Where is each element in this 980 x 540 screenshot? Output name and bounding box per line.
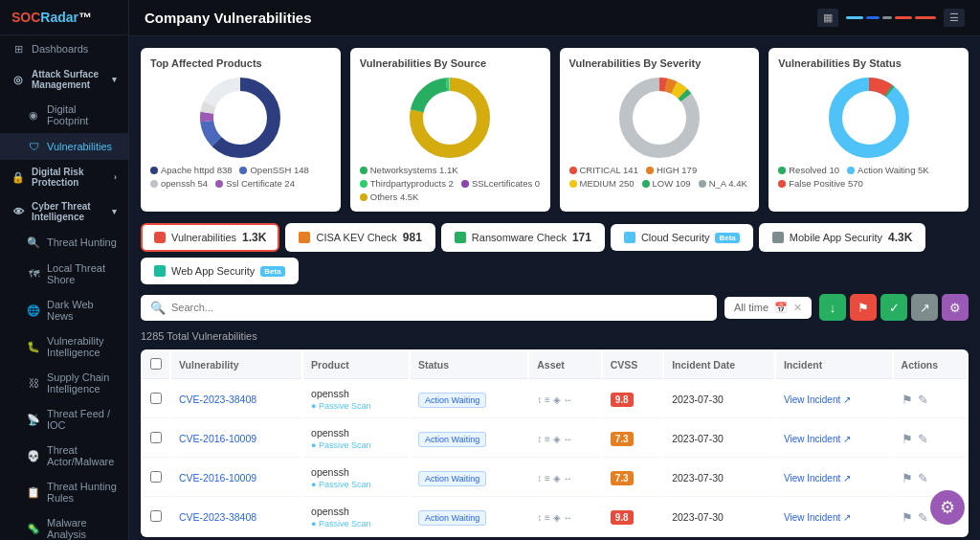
tab-ransomware[interactable]: Ransomware Check 171: [441, 223, 605, 252]
tab-cisa-kev[interactable]: CISA KEV Check 981: [285, 223, 434, 252]
sidebar-item-cyber-threat[interactable]: 👁 Cyber Threat Intelligence ▾: [0, 194, 128, 229]
asset-cell: ↕ ≡ ◈ ↔: [529, 420, 600, 458]
tab-mobile-security[interactable]: Mobile App Security 4.3K: [759, 223, 926, 252]
search-input[interactable]: [171, 302, 707, 313]
sidebar-item-dashboards[interactable]: ⊞ Dashboards: [0, 35, 128, 62]
status-cell: Action Waiting: [411, 460, 527, 497]
sidebar-item-threat-actor[interactable]: 💀 Threat Actor/Malware: [0, 438, 128, 474]
view-incident-link[interactable]: View Incident ↗: [784, 434, 884, 444]
tab-cloud-security[interactable]: Cloud Security Beta: [611, 224, 753, 251]
view-incident-link[interactable]: View Incident ↗: [784, 512, 884, 523]
donut-by-severity: [569, 75, 750, 161]
cvss-cell: 9.8: [603, 499, 662, 535]
table-header: Vulnerability Product Status Asset CVSS …: [143, 351, 967, 379]
sidebar-item-malware-analysis[interactable]: 🦠 Malware Analysis: [0, 510, 128, 540]
chevron-right-icon: ›: [114, 172, 117, 182]
action-flag-icon[interactable]: ⚑: [902, 393, 913, 407]
asset-cell: ↕ ≡ ◈ ↔: [529, 381, 600, 418]
cvss-badge: 7.3: [611, 471, 634, 485]
action-edit-icon[interactable]: ✎: [918, 393, 928, 407]
view-incident-link[interactable]: View Incident ↗: [784, 473, 884, 484]
sidebar-item-vuln-intel[interactable]: 🐛 Vulnerability Intelligence: [0, 328, 128, 365]
action-flag-icon[interactable]: ⚑: [902, 510, 913, 525]
row-checkbox-cell: [143, 420, 169, 458]
legend-item: CRITICAL 141: [569, 165, 638, 175]
sidebar-item-digital-risk[interactable]: 🔒 Digital Risk Protection ›: [0, 160, 128, 194]
check-button[interactable]: ✓: [880, 294, 907, 321]
rss-icon: 📡: [27, 413, 40, 426]
action-edit-icon[interactable]: ✎: [918, 510, 928, 525]
passive-scan-badge: ● Passive Scan: [311, 401, 401, 411]
row-checkbox[interactable]: [150, 471, 162, 483]
export-button[interactable]: ↗: [911, 294, 938, 321]
sidebar-item-label: Digital Risk Protection: [32, 167, 107, 188]
flag-button[interactable]: ⚑: [850, 294, 877, 321]
filter-row: 🔍 All time 📅 ✕ ↓ ⚑ ✓ ↗ ⚙: [141, 294, 969, 321]
tab-web-security[interactable]: Web App Security Beta: [141, 258, 299, 284]
topbar-menu[interactable]: ☰: [944, 9, 965, 27]
floating-settings-button[interactable]: ⚙: [930, 490, 965, 525]
close-icon[interactable]: ✕: [793, 302, 802, 314]
action-flag-icon[interactable]: ⚑: [902, 432, 913, 446]
topbar-view-toggle[interactable]: ▦: [817, 9, 838, 27]
sidebar-item-dark-web[interactable]: 🌐 Dark Web News: [0, 292, 128, 328]
row-checkbox[interactable]: [150, 432, 162, 443]
row-checkbox-cell: [143, 499, 169, 535]
status-badge: Action Waiting: [418, 393, 486, 408]
tab-web-icon: [154, 265, 166, 277]
actions-cell: ⚑✎: [894, 460, 967, 497]
tab-ransomware-icon: [455, 232, 466, 243]
sidebar-item-attack-surface[interactable]: ◎ Attack Surface Management ▾: [0, 62, 128, 97]
status-badge: Action Waiting: [418, 432, 486, 447]
chart-by-status: Vulnerabilities By Status Resolved 10 Ac…: [768, 48, 969, 212]
legend-item: Resolved 10: [778, 165, 839, 175]
table-row: CVE-2016-10009 openssh● Passive Scan Act…: [143, 420, 967, 458]
sidebar-item-local-threat[interactable]: 🗺 Local Threat Shore: [0, 256, 128, 292]
sidebar-item-label: Malware Analysis: [47, 517, 117, 540]
action-icons: ⚑✎: [902, 432, 959, 446]
tabs-row: Vulnerabilities 1.3K CISA KEV Check 981 …: [141, 223, 969, 284]
action-edit-icon[interactable]: ✎: [918, 432, 928, 446]
chevron-down-icon: ▾: [112, 75, 117, 84]
sidebar-item-vulnerabilities[interactable]: 🛡 Vulnerabilities: [0, 133, 128, 160]
cve-link[interactable]: CVE-2023-38408: [179, 394, 256, 405]
legend-item: HIGH 179: [646, 165, 697, 175]
status-cell: Action Waiting: [411, 420, 527, 458]
sidebar-item-threat-feed[interactable]: 📡 Threat Feed / IOC: [0, 401, 128, 438]
sidebar-item-threat-hunting-rules[interactable]: 📋 Threat Hunting Rules: [0, 474, 128, 510]
sidebar-item-digital-footprint[interactable]: ◉ Digital Footprint: [0, 97, 128, 133]
row-checkbox-cell: [143, 381, 169, 418]
asset-icons: ↕ ≡ ◈ ↔: [537, 394, 592, 405]
incident-cell: View Incident ↗: [776, 381, 892, 418]
content-area: Top Affected Products Apache httpd 838 O…: [129, 36, 980, 540]
lock-icon: 🔒: [11, 170, 25, 184]
row-checkbox[interactable]: [150, 510, 162, 522]
legend-item: LOW 109: [642, 178, 691, 189]
view-incident-link[interactable]: View Incident ↗: [784, 394, 884, 405]
sidebar-item-label: Threat Feed / IOC: [47, 408, 117, 431]
legend-item: OpenSSH 148: [239, 165, 308, 175]
cve-link[interactable]: CVE-2016-10009: [179, 472, 256, 484]
date-filter[interactable]: All time 📅 ✕: [724, 297, 812, 319]
tab-label: Cloud Security: [641, 232, 710, 243]
footprint-icon: ◉: [27, 108, 40, 122]
status-badge: Action Waiting: [418, 510, 486, 526]
cve-link[interactable]: CVE-2023-38408: [179, 511, 256, 523]
sidebar-item-supply-chain[interactable]: ⛓ Supply Chain Intelligence: [0, 365, 128, 401]
tab-cloud-icon: [624, 232, 635, 243]
col-status: Status: [411, 351, 527, 379]
download-button[interactable]: ↓: [819, 294, 846, 321]
settings-button[interactable]: ⚙: [942, 294, 969, 321]
action-flag-icon[interactable]: ⚑: [902, 471, 913, 485]
action-edit-icon[interactable]: ✎: [918, 471, 928, 485]
legend-by-severity: CRITICAL 141 HIGH 179 MEDIUM 250 LOW 109…: [569, 165, 750, 189]
sidebar-item-threat-hunting[interactable]: 🔍 Threat Hunting: [0, 229, 128, 256]
select-all-checkbox[interactable]: [150, 358, 162, 370]
cve-link[interactable]: CVE-2016-10009: [179, 433, 256, 444]
search-box[interactable]: 🔍: [141, 295, 717, 321]
col-product: Product: [303, 351, 409, 379]
tab-vulnerabilities[interactable]: Vulnerabilities 1.3K: [141, 223, 279, 252]
table-row: CVE-2016-10009 openssh● Passive Scan Act…: [143, 460, 967, 497]
select-all-col: [143, 351, 169, 379]
row-checkbox[interactable]: [150, 393, 162, 404]
